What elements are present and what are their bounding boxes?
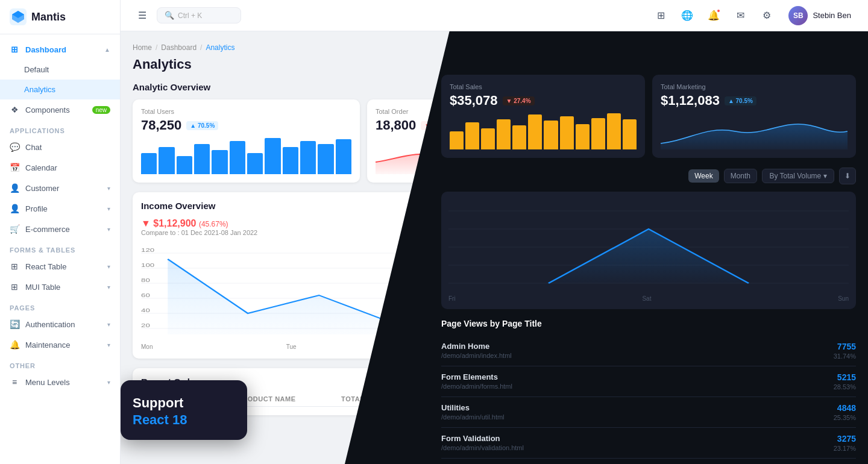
stat-card-users: Total Users 78,250 ▲ 70.5%	[133, 99, 360, 183]
sidebar-item-react-table[interactable]: ⊞ React Table ▾	[0, 256, 120, 277]
sidebar-label-auth: Authentication	[25, 320, 75, 329]
page-view-info-1: Form Elements /demo/admin/forms.html	[441, 372, 512, 390]
sidebar-item-analytics[interactable]: Analytics	[0, 80, 120, 99]
maintenance-arrow: ▾	[107, 342, 110, 348]
sidebar-item-menu-levels[interactable]: ≡ Menu Levels ▾	[0, 372, 120, 392]
sidebar-item-chat[interactable]: 💬 Chat	[0, 137, 120, 157]
mui-table-icon: ⊞	[10, 282, 19, 292]
bar8	[265, 138, 280, 174]
hamburger-button[interactable]: ☰	[133, 6, 152, 25]
sidebar-label-mui-table: MUI Table	[25, 283, 60, 292]
volume-button[interactable]: By Total Volume ▾	[762, 169, 834, 183]
bar1	[141, 153, 157, 174]
page-view-info-2: Utilities /demo/admin/util.html	[441, 403, 505, 421]
messages-button[interactable]: ✉	[731, 6, 750, 25]
dashboard-icon: ⊞	[10, 45, 19, 54]
notification-button[interactable]: 🔔	[704, 6, 723, 25]
sidebar: Mantis ⊞ Dashboard ▲ Default Analytics ❖…	[0, 0, 121, 464]
search-placeholder[interactable]: Ctrl + K	[178, 11, 202, 20]
page-view-stats-3: 3275 23.17%	[834, 434, 856, 452]
sidebar-label-maintenance: Maintenance	[25, 340, 70, 350]
download-button[interactable]: ⬇	[839, 168, 856, 184]
sidebar-label-analytics: Analytics	[24, 85, 55, 94]
sidebar-label-chat: Chat	[25, 143, 42, 152]
sidebar-label-default: Default	[24, 65, 49, 74]
sidebar-item-components[interactable]: ❖ Components new	[0, 99, 120, 120]
page-view-name-1: Form Elements	[441, 372, 512, 381]
page-view-count-1: 5215	[834, 372, 856, 382]
search-icon: 🔍	[165, 11, 174, 20]
breadcrumb-home[interactable]: Home	[133, 43, 152, 52]
logo-icon	[10, 8, 27, 25]
support-subtitle: React 18	[133, 412, 235, 428]
nav-section-other: Other	[0, 355, 120, 372]
sidebar-nav: ⊞ Dashboard ▲ Default Analytics ❖ Compon…	[0, 34, 120, 464]
page-views-title: Page Views by Page Title	[441, 319, 856, 328]
nav-section-pages: Pages	[0, 297, 120, 314]
chat-icon: 💬	[10, 142, 19, 152]
breadcrumb-dashboard[interactable]: Dashboard	[161, 43, 197, 52]
page-view-item-1: Form Elements /demo/admin/forms.html 521…	[441, 366, 856, 397]
sidebar-item-customer[interactable]: 👤 Customer ▾	[0, 178, 120, 198]
mui-table-arrow: ▾	[107, 284, 110, 290]
page-view-item-0: Admin Home /demo/admin/index.html 7755 3…	[441, 336, 856, 366]
react-table-arrow: ▾	[107, 263, 110, 270]
marketing-badge: ▲ 70.5%	[725, 96, 756, 105]
search-container: 🔍 Ctrl + K	[157, 7, 241, 24]
split-layout: Home / Dashboard / Analytics Analytics A…	[121, 31, 868, 464]
page-view-pct-0: 31.74%	[834, 353, 856, 360]
user-avatar[interactable]: SB Stebin Ben	[784, 4, 856, 28]
income-pct: (45.67%)	[199, 220, 228, 228]
user-name: Stebin Ben	[813, 11, 851, 20]
bar7	[247, 153, 263, 174]
auth-arrow: ▾	[107, 321, 110, 328]
support-popup[interactable]: Support React 18	[121, 380, 247, 440]
page-view-path-0: /demo/admin/index.html	[441, 352, 512, 359]
app-name: Mantis	[31, 11, 66, 24]
page-views-section: Page Views by Page Title Admin Home /dem…	[441, 319, 856, 464]
bar11	[318, 144, 333, 174]
grid-icon-button[interactable]: ⊞	[651, 6, 670, 25]
sidebar-item-mui-table[interactable]: ⊞ MUI Table ▾	[0, 277, 120, 297]
svg-text:60: 60	[141, 292, 150, 298]
breadcrumb-current: Analytics	[206, 43, 234, 52]
sidebar-item-default[interactable]: Default	[0, 60, 120, 80]
page-view-name-2: Utilities	[441, 403, 505, 412]
users-bar-chart	[141, 138, 351, 174]
avatar-image: SB	[788, 6, 808, 25]
content-area: Home / Dashboard / Analytics Analytics A…	[121, 31, 868, 464]
bar5	[212, 150, 227, 174]
sidebar-item-ecommerce[interactable]: 🛒 E-commerce ▾	[0, 219, 120, 239]
income-compare: Compare to : 01 Dec 2021-08 Jan 2022	[141, 229, 257, 236]
page-view-count-2: 4848	[834, 403, 856, 413]
profile-arrow: ▾	[107, 205, 110, 212]
ecommerce-arrow: ▾	[107, 226, 110, 233]
support-title: Support	[133, 395, 235, 412]
customer-icon: 👤	[10, 183, 19, 193]
sidebar-item-profile[interactable]: 👤 Profile ▾	[0, 198, 120, 219]
menu-arrow: ▾	[107, 379, 110, 386]
sidebar-item-authentication[interactable]: 🔄 Authentication ▾	[0, 314, 120, 334]
page-view-count-3: 3275	[834, 434, 856, 444]
logo-area[interactable]: Mantis	[0, 0, 120, 34]
page-view-pct-2: 25.35%	[834, 414, 856, 421]
page-view-path-1: /demo/admin/forms.html	[441, 383, 512, 390]
page-view-path-2: /demo/admin/util.html	[441, 413, 505, 421]
sidebar-item-maintenance[interactable]: 🔔 Maintenance ▾	[0, 334, 120, 355]
page-view-name-3: Form Validation	[441, 434, 524, 443]
page-view-path-3: /demo/admin/validation.html	[441, 444, 524, 451]
breadcrumb-sep2: /	[200, 43, 202, 52]
sidebar-label-components: Components	[25, 105, 70, 114]
svg-text:100: 100	[141, 262, 154, 268]
settings-button[interactable]: ⚙	[757, 6, 776, 25]
language-icon-button[interactable]: 🌐	[678, 6, 697, 25]
bar10	[300, 141, 316, 174]
sales-bar-chart	[450, 113, 637, 149]
month-button[interactable]: Month	[724, 169, 757, 183]
sidebar-item-dashboard[interactable]: ⊞ Dashboard ▲	[0, 39, 120, 60]
sidebar-item-calendar[interactable]: 📅 Calendar	[0, 157, 120, 178]
page-view-name-0: Admin Home	[441, 342, 512, 351]
week-button[interactable]: Week	[688, 169, 719, 183]
menu-icon: ≡	[10, 377, 19, 387]
notification-badge-dot	[716, 8, 721, 13]
